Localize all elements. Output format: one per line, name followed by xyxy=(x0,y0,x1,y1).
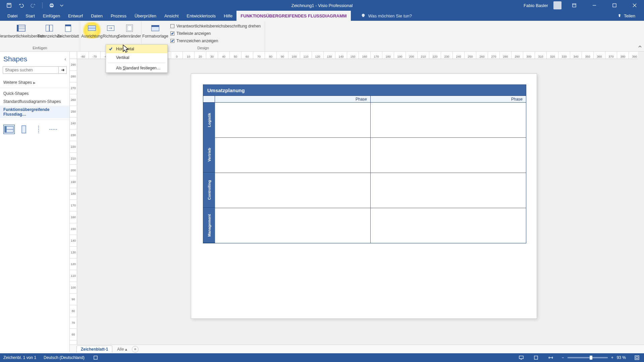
print-button[interactable] xyxy=(47,1,56,10)
dropdown-item-vertical[interactable]: Vertikal xyxy=(106,53,167,62)
margins-label: Seitenränder xyxy=(118,34,141,39)
rotate-label-checkbox[interactable]: Verantwortlichkeitsbereichsbeschriftung … xyxy=(170,23,261,29)
add-sheet-button[interactable]: ＋ xyxy=(132,346,139,353)
presentation-mode-button[interactable] xyxy=(518,355,525,361)
style-button[interactable]: Formatvorlage xyxy=(144,22,166,39)
show-title-checkbox[interactable]: Titelleiste anzeigen xyxy=(170,30,261,37)
separator-button[interactable]: Trennzeichen xyxy=(40,22,58,39)
document-title: Zeichnung1 - Visio Professional xyxy=(291,3,353,8)
page-button[interactable]: Zeichenblatt xyxy=(59,22,77,39)
lane-label-3[interactable]: Controlling xyxy=(203,173,215,208)
shapes-cat-more[interactable]: Weitere Shapes▶ xyxy=(0,78,69,86)
lane-cell[interactable] xyxy=(370,208,526,243)
group-design-label: Design xyxy=(198,46,209,51)
ribbon-display-options-button[interactable] xyxy=(567,0,582,11)
phase-header-2[interactable]: Phase xyxy=(370,96,526,102)
zoom-value[interactable]: 93 % xyxy=(617,355,626,360)
tab-data[interactable]: Daten xyxy=(87,11,107,21)
redo-button[interactable] xyxy=(29,1,38,10)
phase-header-row: Phase Phase xyxy=(203,96,526,103)
save-button[interactable] xyxy=(5,1,13,10)
tell-me-search[interactable]: Was möchten Sie tun? xyxy=(361,11,412,21)
tab-developer[interactable]: Entwicklertools xyxy=(183,11,220,21)
ribbon-tabs: Datei Start Einfügen Entwurf Daten Proze… xyxy=(0,11,644,21)
maximize-button[interactable] xyxy=(607,0,622,11)
swimlane-button[interactable]: Verantwortlichkeitsbereich xyxy=(3,22,40,39)
show-title-text: Titelleiste anzeigen xyxy=(176,31,211,36)
zoom-slider[interactable] xyxy=(568,357,608,358)
tab-process[interactable]: Prozess xyxy=(107,11,130,21)
lane-cell[interactable] xyxy=(215,138,370,173)
show-separator-text: Trennzeichen anzeigen xyxy=(176,39,218,43)
orientation-button[interactable]: Ausrichtung xyxy=(83,22,101,39)
zoom-in-button[interactable]: + xyxy=(611,355,613,360)
direction-button[interactable]: Richtung xyxy=(102,22,120,39)
lane-row[interactable] xyxy=(215,173,526,208)
svg-rect-0 xyxy=(7,3,11,7)
page-width-button[interactable] xyxy=(547,355,554,361)
dropdown-item-horizontal[interactable]: Horizontal xyxy=(106,45,167,53)
qat-customize-button[interactable] xyxy=(59,1,64,10)
collapse-ribbon-button[interactable] xyxy=(638,45,642,50)
fit-window-button[interactable] xyxy=(633,355,641,361)
tab-review[interactable]: Überprüfen xyxy=(130,11,160,21)
shapes-cat-standard[interactable]: Standardflussdiagramm-Shapes xyxy=(0,98,69,106)
drawing-page[interactable]: Umsatzplanung Phase Phase Logistik Vertr… xyxy=(191,74,537,318)
stencil-separator-h[interactable] xyxy=(48,125,59,134)
user-avatar[interactable] xyxy=(553,1,561,9)
canvas-viewport[interactable]: Umsatzplanung Phase Phase Logistik Vertr… xyxy=(77,59,638,346)
svg-rect-28 xyxy=(94,356,97,359)
zoom-out-button[interactable]: − xyxy=(562,355,564,360)
tab-crossfunctional[interactable]: FUNKTIONSÜBERGREIFENDES FLUSSDIAGRAMM xyxy=(236,11,351,21)
shapes-search-input[interactable] xyxy=(3,66,59,74)
stencil-swimlane-h[interactable] xyxy=(3,125,15,134)
shapes-search-button[interactable] xyxy=(59,66,67,74)
tab-home[interactable]: Start xyxy=(21,11,39,21)
shapes-cat-quick[interactable]: Quick-Shapes xyxy=(0,89,69,98)
dropdown-item-set-default[interactable]: Als Standard festlegen… xyxy=(106,64,167,72)
sheet-tab-1[interactable]: Zeichenblatt-1 xyxy=(76,346,112,353)
stencil-separator-v[interactable] xyxy=(33,125,44,134)
lane-label-4[interactable]: Management xyxy=(203,208,215,243)
lane-cell[interactable] xyxy=(370,173,526,208)
shapes-cat-crossfunctional[interactable]: Funktionsübergreifende Flussdiag… xyxy=(0,106,69,118)
stencil-swimlane-v[interactable] xyxy=(18,125,30,134)
chevron-up-icon: ▴ xyxy=(125,347,127,352)
shapes-search xyxy=(3,66,67,74)
tab-insert[interactable]: Einfügen xyxy=(39,11,64,21)
lane-cell[interactable] xyxy=(370,138,526,173)
crossfunctional-diagram[interactable]: Umsatzplanung Phase Phase Logistik Vertr… xyxy=(203,84,526,243)
tab-design[interactable]: Entwurf xyxy=(64,11,87,21)
undo-button[interactable] xyxy=(17,1,25,10)
tab-help[interactable]: Hilfe xyxy=(220,11,236,21)
lane-row[interactable] xyxy=(215,137,526,173)
margins-button[interactable]: Seitenränder xyxy=(120,22,139,39)
show-separator-checkbox[interactable]: Trennzeichen anzeigen xyxy=(170,38,261,44)
minimize-button[interactable] xyxy=(587,0,602,11)
macro-record-button[interactable] xyxy=(92,355,99,361)
zoom-slider-knob[interactable] xyxy=(590,356,592,360)
tab-file[interactable]: Datei xyxy=(3,11,21,21)
vertical-scrollbar[interactable] xyxy=(638,59,644,346)
ruler-corner xyxy=(70,52,77,59)
phase-header-1[interactable]: Phase xyxy=(215,96,370,102)
status-language[interactable]: Deutsch (Deutschland) xyxy=(44,355,85,360)
share-button[interactable]: Teilen xyxy=(617,11,644,21)
user-name[interactable]: Fabio Basler xyxy=(524,3,548,8)
tab-view[interactable]: Ansicht xyxy=(160,11,183,21)
ruler-vertical[interactable]: 2902802702602502402302202102001901801701… xyxy=(70,59,77,346)
fit-page-button[interactable] xyxy=(532,355,540,361)
lane-cell[interactable] xyxy=(215,103,370,137)
lane-cell[interactable] xyxy=(370,103,526,137)
shapes-collapse-button[interactable]: ‹ xyxy=(64,56,66,62)
lane-row[interactable] xyxy=(215,103,526,137)
lane-cell[interactable] xyxy=(215,208,370,243)
close-button[interactable] xyxy=(627,0,642,11)
dropdown-horizontal-label: Horizontal xyxy=(116,47,134,51)
lane-label-2[interactable]: Vertrieb xyxy=(203,137,215,173)
lane-label-1[interactable]: Logistik xyxy=(203,103,215,137)
lane-row[interactable] xyxy=(215,208,526,243)
diagram-title[interactable]: Umsatzplanung xyxy=(203,84,526,96)
lane-cell[interactable] xyxy=(215,173,370,208)
sheet-all-button[interactable]: Alle ▴ xyxy=(117,347,127,352)
